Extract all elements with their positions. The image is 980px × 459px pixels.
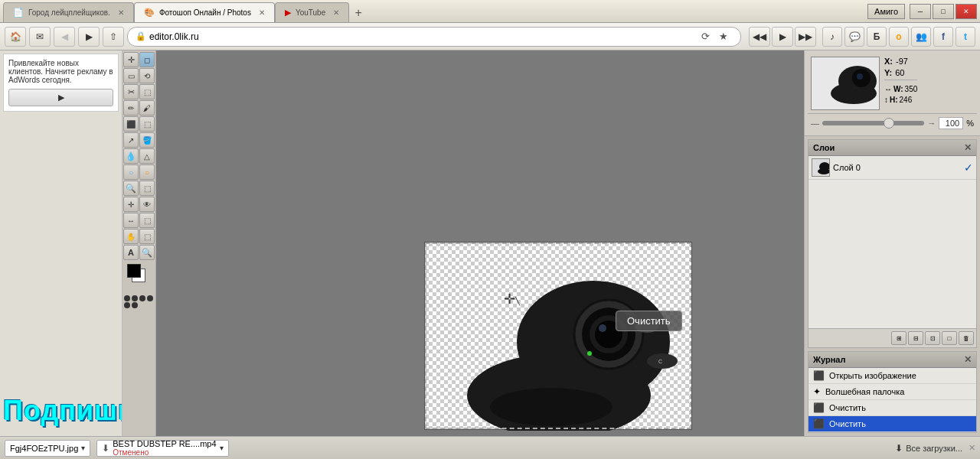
tool-search[interactable]: 🔍 [139,245,155,260]
ok-button[interactable]: о [889,27,909,47]
tool-eyedropper[interactable]: ⬚ [139,181,155,196]
media-play-button[interactable]: ▶ [772,27,793,47]
color-swatch-area[interactable] [127,264,152,288]
layers-panel-close[interactable]: ✕ [964,142,972,153]
journal-item-0[interactable]: ⬛ Открыть изображение [808,368,976,384]
journal-item-2[interactable]: ⬛ Очистить [808,400,976,416]
download-dropdown-arrow[interactable]: ▾ [220,444,224,452]
maximize-button[interactable]: □ [933,4,954,19]
tool-slice[interactable]: ⬚ [139,84,155,99]
svg-point-10 [490,388,612,426]
layers-tool-5[interactable]: 🗑 [959,331,974,345]
file-dropdown-arrow[interactable]: ▾ [81,444,85,452]
journal-item-3[interactable]: ⬛ Очистить [808,416,976,432]
brush-size-5[interactable] [124,302,130,308]
tool-crop[interactable]: ✂ [123,84,139,99]
layer-item-0[interactable]: Слой 0 ✓ [808,156,976,180]
layers-tool-3[interactable]: ⊡ [925,331,940,345]
brush-size-1[interactable] [124,295,130,301]
layer-0-visibility[interactable]: ✓ [964,161,973,174]
tool-shape[interactable]: ○ [139,164,155,180]
tool-heal[interactable]: ✏ [123,100,139,116]
tool-zoom[interactable]: 🔍 [123,181,139,196]
media-prev-button[interactable]: ◀◀ [749,27,770,47]
tab-3-close[interactable]: ✕ [333,8,339,17]
download-name: BEST DUBSTEP RE....mp4 [113,439,216,448]
minimize-button[interactable]: ─ [910,4,931,19]
tool-brush[interactable]: 🖌 [139,100,155,116]
journal-panel-close[interactable]: ✕ [964,354,972,365]
music-button[interactable]: ♪ [822,27,842,47]
zoom-handle[interactable] [884,118,894,129]
ad-button[interactable]: ▶ [8,89,113,106]
size-h: 246 [900,96,913,104]
h-label: H: [890,96,898,104]
home-button[interactable]: 🏠 [5,27,26,47]
share-button[interactable]: ⇧ [103,27,124,47]
tab-2-close[interactable]: ✕ [259,8,265,17]
media-next-button[interactable]: ▶▶ [795,27,816,47]
all-downloads-close[interactable]: ✕ [969,443,975,453]
tool-hand[interactable]: ✋ [123,229,139,244]
clear-button[interactable]: Очистить [616,311,682,331]
refresh-button[interactable]: ⟳ [696,28,714,46]
tool-rect-select[interactable]: ▭ [123,68,139,83]
tool-gradient[interactable]: ↗ [123,132,139,148]
tool-3d-rotate[interactable]: ⬚ [139,229,155,244]
facebook-button[interactable]: f [933,27,953,47]
zoom-slider[interactable] [822,121,924,125]
tool-transform[interactable]: ↔ [123,213,139,228]
canvas-area[interactable]: C ✛╲ Очистить [156,50,804,436]
journal-item-1[interactable]: ✦ Волшебная палочка [808,384,976,400]
tab-2[interactable]: 🎨 Фотошоп Онлайн / Photos ✕ [134,2,275,22]
layers-tool-1[interactable]: ⊞ [891,331,906,345]
tool-fill[interactable]: 🪣 [139,132,155,148]
twitter-button[interactable]: t [956,27,975,47]
media-nav-buttons: ◀◀ ▶ ▶▶ [749,27,816,47]
forward-button[interactable]: ▶ [78,27,100,47]
favorite-button[interactable]: ★ [714,28,733,46]
brush-size-2[interactable] [132,295,138,301]
tool-move[interactable]: ✛ [123,52,139,67]
fg-color-swatch[interactable] [127,264,141,278]
layers-tool-4[interactable]: □ [942,331,957,345]
email-button[interactable]: ✉ [29,27,51,47]
tab-1-close[interactable]: ✕ [118,8,124,17]
tool-notes[interactable]: ✛ [123,197,139,212]
zoom-in-icon[interactable]: → [927,119,936,128]
tool-row-6: ↗ 🪣 [123,132,155,148]
zoom-out-icon[interactable]: — [811,119,819,128]
brush-size-4[interactable] [147,295,153,301]
preview-svg [812,57,879,110]
tool-warp[interactable]: ⬚ [139,213,155,228]
bold-button[interactable]: Б [867,27,887,47]
brush-size-6[interactable] [132,302,138,308]
tab-3[interactable]: ▶ YouTube ✕ [275,2,349,22]
ad-button-icon: ▶ [58,93,64,102]
tool-burn[interactable]: △ [139,148,155,164]
all-downloads-button[interactable]: ⬇ Все загрузки... ✕ [895,443,975,454]
address-input[interactable] [149,31,696,42]
brush-size-3[interactable] [139,295,145,301]
size-separator [884,80,917,83]
tool-measure[interactable]: 👁 [139,197,155,212]
tab-1[interactable]: 📄 Город лейцплейщиков. ✕ [3,2,134,22]
tool-eraser[interactable]: ⬚ [139,116,155,132]
tool-dodge[interactable]: 💧 [123,148,139,164]
address-bar[interactable]: 🔒 ⟳ ★ [127,27,741,47]
amigo-button[interactable]: Амиго [867,4,905,19]
status-bar: Fgj4FOEzTPU.jpg ▾ ⬇ BEST DUBSTEP RE....m… [0,436,980,459]
close-button[interactable]: ✕ [956,4,977,19]
tool-lasso[interactable]: ⟲ [139,68,155,83]
new-tab-button[interactable]: + [349,4,368,22]
back-button[interactable]: ◀ [54,27,75,47]
chat-button[interactable]: 💬 [844,27,864,47]
layers-tool-2[interactable]: ⊟ [908,331,923,345]
tool-stamp[interactable]: ⬛ [123,116,139,132]
tool-text[interactable]: A [123,245,139,260]
tool-select[interactable]: ◻ [139,52,155,67]
friends-button[interactable]: 👥 [911,27,931,47]
height-icon: ↕ [884,96,888,104]
tool-pen[interactable]: ○ [123,164,139,180]
zoom-value[interactable]: 100 [939,117,963,129]
